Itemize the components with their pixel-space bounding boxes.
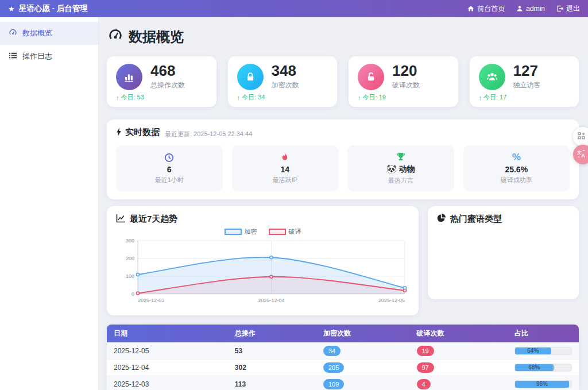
stat-today: ↑ 今日: 34 — [237, 93, 328, 102]
stat-card-decrypt-count: 120 破译次数 ↑ 今日: 19 — [349, 56, 458, 107]
svg-text:100: 100 — [126, 273, 134, 279]
stat-card-total-operations: 468 总操作次数 ↑ 今日: 53 — [107, 56, 216, 107]
stat-label: 加密次数 — [272, 80, 299, 90]
col-header-decrypt: 破译次数 — [410, 325, 508, 343]
mini-label: 最近1小时 — [155, 176, 184, 184]
ratio-progress: 96% — [514, 380, 572, 388]
capture-region-icon — [578, 132, 585, 142]
nav-link-label: 前台首页 — [477, 4, 505, 14]
stat-label: 独立访客 — [513, 80, 541, 90]
realtime-updated: 最近更新: 2025-12-05 22:34:44 — [165, 130, 252, 138]
ratio-progress: 64% — [514, 347, 572, 355]
stat-today: ↑ 今日: 17 — [479, 93, 570, 102]
trend-chart-card: 最近7天趋势 加密破译 01002003002025-12-032025-12-… — [107, 206, 419, 315]
main-content: 数据概览 468 总操作次数 ↑ 今日: 53 — [99, 17, 588, 390]
user-icon — [516, 5, 523, 12]
legend-swatch — [225, 229, 242, 235]
ratio-progress-fill: 68% — [515, 364, 554, 371]
mini-card-most-active-ip: 14 最活跃IP — [232, 145, 339, 191]
screenshot-extension-button[interactable] — [573, 127, 588, 146]
col-header-date: 日期 — [107, 325, 228, 343]
percent-icon: % — [512, 152, 521, 163]
stat-today-label: 今日: 53 — [121, 93, 144, 102]
page-title-text: 数据概览 — [129, 28, 184, 46]
up-arrow-icon: ↑ — [479, 94, 482, 101]
col-header-encrypt: 加密次数 — [316, 325, 410, 343]
star-icon: ★ — [8, 5, 15, 13]
up-arrow-icon: ↑ — [116, 94, 119, 101]
mini-value: 🐼 动物 — [386, 164, 415, 175]
svg-text:300: 300 — [126, 237, 134, 243]
trend-chart-svg[interactable]: 01002003002025-12-032025-12-042025-12-05 — [116, 237, 409, 307]
sidebar-item-data-overview[interactable]: 数据概览 — [0, 22, 98, 45]
unlock-icon — [358, 64, 384, 90]
bolt-icon — [116, 128, 122, 138]
legend-item-加密[interactable]: 加密 — [225, 227, 257, 236]
brand[interactable]: ★ 星语心愿 - 后台管理 — [8, 3, 88, 14]
decrypt-badge: 4 — [417, 379, 431, 389]
mini-card-hottest-dialect: 🐼 动物 最热方言 — [347, 145, 454, 191]
encrypt-badge: 34 — [323, 346, 341, 356]
nav-link-label: 退出 — [566, 4, 580, 14]
sidebar: 数据概览 操作日志 — [0, 17, 99, 390]
legend-item-破译[interactable]: 破译 — [269, 227, 301, 236]
mini-card-decrypt-success-rate: % 25.6% 破译成功率 — [463, 145, 570, 191]
sidebar-item-label: 操作日志 — [22, 51, 52, 61]
realtime-title: 实时数据 — [116, 127, 160, 138]
nav-frontend-home-link[interactable]: 前台首页 — [467, 4, 505, 14]
trend-legend: 加密破译 — [116, 228, 409, 236]
stat-today: ↑ 今日: 53 — [116, 93, 207, 102]
mini-value: 14 — [280, 165, 289, 174]
sidebar-item-operation-log[interactable]: 操作日志 — [0, 45, 98, 68]
line-chart-icon — [116, 214, 125, 225]
mini-label: 破译成功率 — [501, 176, 532, 184]
gauge-icon — [9, 28, 17, 38]
translate-extension-button[interactable]: 文A — [573, 145, 588, 164]
svg-text:200: 200 — [126, 255, 134, 261]
table-row: 2025-12-04 302 205 97 68% — [107, 359, 579, 376]
table-row: 2025-12-03 113 109 4 96% — [107, 376, 579, 390]
hot-types-title-text: 热门蜜语类型 — [450, 214, 502, 225]
col-header-total: 总操作 — [228, 325, 316, 343]
stats-row: 468 总操作次数 ↑ 今日: 53 348 加密次数 — [107, 56, 579, 107]
ratio-progress: 68% — [514, 364, 572, 372]
logout-icon — [556, 5, 563, 12]
nav-logout-link[interactable]: 退出 — [556, 4, 580, 14]
stat-today-label: 今日: 34 — [242, 93, 265, 102]
svg-text:A: A — [581, 152, 585, 157]
cell-date: 2025-12-04 — [107, 359, 228, 376]
realtime-card: 实时数据 最近更新: 2025-12-05 22:34:44 6 最近1小时 1… — [107, 119, 579, 199]
cell-date: 2025-12-03 — [107, 376, 228, 390]
stat-value: 127 — [513, 63, 541, 79]
encrypt-badge: 109 — [323, 379, 344, 389]
legend-swatch — [269, 229, 286, 235]
navbar-links: 前台首页 admin 退出 — [467, 4, 580, 14]
cell-date: 2025-12-05 — [107, 342, 228, 359]
lock-icon — [237, 64, 264, 90]
cell-total: 53 — [228, 342, 316, 359]
hot-types-title: 热门蜜语类型 — [437, 214, 570, 225]
cell-total: 302 — [228, 359, 316, 376]
svg-text:2025-12-05: 2025-12-05 — [378, 298, 405, 303]
brand-title: 星语心愿 - 后台管理 — [19, 3, 88, 14]
stat-label: 破译次数 — [392, 80, 420, 90]
up-arrow-icon: ↑ — [237, 94, 241, 101]
stat-today-label: 今日: 19 — [363, 93, 386, 102]
svg-text:2025-12-04: 2025-12-04 — [258, 298, 285, 303]
stat-today-label: 今日: 17 — [483, 93, 506, 102]
nav-link-label: admin — [526, 5, 545, 13]
table-header-row: 日期 总操作 加密次数 破译次数 占比 — [107, 325, 579, 343]
bar-chart-icon — [116, 64, 142, 90]
trend-title-text: 最近7天趋势 — [130, 214, 177, 225]
mini-value: 6 — [167, 165, 172, 174]
translate-icon: 文A — [577, 149, 586, 160]
stat-card-encrypt-count: 348 加密次数 ↑ 今日: 34 — [228, 56, 338, 107]
stat-today: ↑ 今日: 19 — [358, 93, 449, 102]
stat-value: 348 — [272, 63, 299, 79]
legend-label: 破译 — [289, 227, 301, 236]
hot-types-card: 热门蜜语类型 — [428, 206, 579, 299]
fire-icon — [281, 152, 289, 163]
cell-total: 113 — [228, 376, 316, 390]
home-icon — [467, 5, 474, 12]
nav-admin-user-link[interactable]: admin — [516, 5, 545, 13]
